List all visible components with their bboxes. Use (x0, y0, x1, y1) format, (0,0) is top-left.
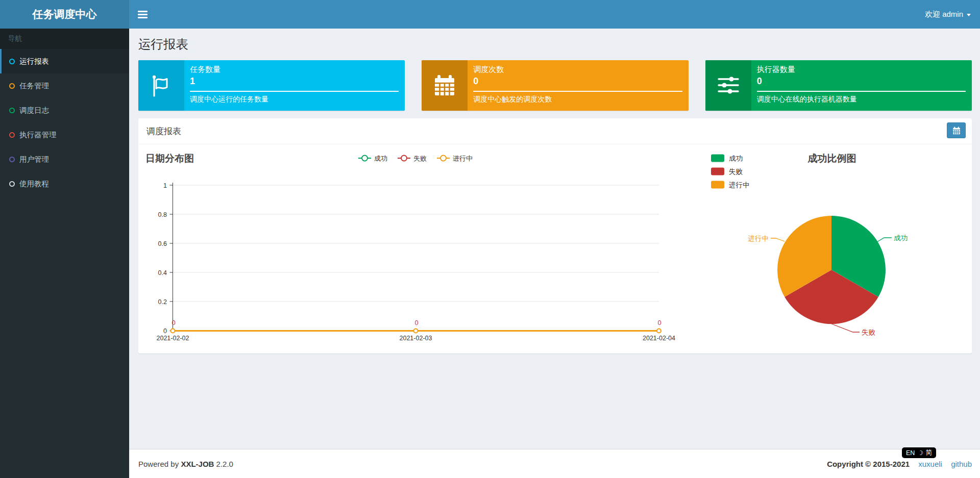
legend-item-fail[interactable]: 失败 (398, 155, 427, 162)
stat-card-progress (190, 91, 399, 92)
app-brand[interactable]: 任务调度中心 (0, 0, 129, 29)
circle-icon (9, 108, 15, 113)
calendar-icon (422, 60, 468, 111)
legend-item-running[interactable]: 进行中 (711, 181, 750, 189)
circle-icon (9, 59, 15, 64)
copyright-area: Copyright © 2015-2021 xuxueli github (827, 460, 972, 468)
stat-card-job-count: 任务数量 1 调度中心运行的任务数量 (138, 60, 405, 111)
stat-card-description: 调度中心在线的执行器机器数量 (757, 95, 966, 104)
hamburger-icon (138, 11, 148, 12)
sidebar: 导航 运行报表 任务管理 调度日志 执行器管理 用户管理 使用教程 (0, 29, 129, 478)
svg-text:进行中: 进行中 (748, 235, 769, 242)
sidebar-item-help[interactable]: 使用教程 (0, 171, 129, 196)
svg-text:0: 0 (414, 319, 418, 326)
stat-card-executor-count: 执行器数量 0 调度中心在线的执行器机器数量 (705, 60, 972, 111)
stat-card-value: 0 (757, 76, 966, 87)
welcome-text: 欢迎 admin (925, 10, 963, 19)
lang-zh-label: 简 (926, 448, 933, 457)
line-chart-legend: 成功 失败 进行中 (358, 155, 473, 162)
stat-cards-row: 任务数量 1 调度中心运行的任务数量 (129, 52, 980, 111)
legend-item-success[interactable]: 成功 (711, 155, 743, 163)
sidebar-item-dashboard[interactable]: 运行报表 (0, 49, 129, 73)
sidebar-section-label: 导航 (0, 29, 129, 49)
y-axis: 1 0.8 0.6 0.4 0.2 0 (158, 182, 173, 335)
svg-text:1: 1 (163, 182, 167, 189)
svg-text:成功: 成功 (729, 155, 743, 162)
calendar-icon (952, 127, 961, 135)
panel-title: 调度报表 (146, 127, 181, 136)
line-chart: 日期分布图 成功 失败 (138, 144, 679, 346)
sidebar-item-label: 使用教程 (19, 179, 49, 189)
product-version: 2.2.0 (216, 460, 233, 468)
svg-text:进行中: 进行中 (453, 155, 473, 162)
circle-icon (9, 132, 15, 138)
sidebar-item-label: 运行报表 (19, 57, 49, 66)
circle-icon (9, 181, 15, 187)
data-point (414, 329, 418, 333)
link-xuxueli[interactable]: xuxueli (918, 460, 942, 468)
stat-card-value: 1 (190, 76, 399, 87)
page-title: 运行报表 (138, 37, 972, 52)
stat-card-description: 调度中心运行的任务数量 (190, 95, 399, 104)
stat-card-title: 调度次数 (473, 65, 682, 74)
main-footer: Powered by XXL-JOB 2.2.0 Copyright © 201… (129, 449, 980, 478)
content-header: 运行报表 (129, 29, 980, 52)
svg-text:失败: 失败 (862, 329, 876, 336)
gridlines (173, 185, 659, 301)
sidebar-item-label: 用户管理 (19, 155, 49, 164)
legend-item-success[interactable]: 成功 (358, 155, 387, 162)
powered-by: Powered by XXL-JOB 2.2.0 (138, 460, 233, 468)
translate-widget[interactable]: EN ☽ 简 (902, 447, 936, 458)
sidebar-item-job-manage[interactable]: 任务管理 (0, 73, 129, 98)
svg-text:0: 0 (657, 319, 661, 326)
moon-icon: ☽ (917, 449, 923, 457)
flag-icon (138, 60, 184, 111)
circle-icon (9, 157, 15, 162)
svg-text:2021-02-03: 2021-02-03 (400, 335, 432, 342)
svg-text:0.4: 0.4 (158, 269, 167, 276)
svg-text:成功: 成功 (374, 155, 387, 162)
sidebar-item-label: 调度日志 (19, 106, 49, 115)
stat-card-progress (473, 91, 682, 92)
y-axis-labels: 1 0.8 0.6 0.4 0.2 0 (158, 182, 167, 335)
sidebar-item-label: 执行器管理 (19, 130, 57, 140)
sidebar-item-job-log[interactable]: 调度日志 (0, 98, 129, 122)
stat-card-title: 任务数量 (190, 65, 399, 74)
link-github[interactable]: github (951, 460, 972, 468)
pie-chart-title: 成功比例图 (807, 153, 856, 164)
series-line-running (171, 329, 662, 333)
line-chart-title: 日期分布图 (145, 153, 194, 164)
panel-header: 调度报表 (138, 118, 972, 144)
stat-card-title: 执行器数量 (757, 65, 966, 74)
main-header: 任务调度中心 欢迎 admin (0, 0, 980, 29)
panel-body: 日期分布图 成功 失败 (138, 144, 972, 354)
circle-icon (9, 83, 15, 89)
date-range-button[interactable] (947, 122, 966, 138)
sidebar-menu: 运行报表 任务管理 调度日志 执行器管理 用户管理 使用教程 (0, 49, 129, 196)
sliders-icon (705, 60, 751, 111)
sidebar-item-user-manage[interactable]: 用户管理 (0, 147, 129, 171)
svg-text:0: 0 (163, 328, 167, 335)
sidebar-item-executor-manage[interactable]: 执行器管理 (0, 122, 129, 147)
data-point (171, 329, 175, 333)
pie-chart-legend: 成功 失败 进行中 (711, 155, 750, 189)
pie-chart: 成功比例图 成功 失败 进行中 (699, 144, 972, 346)
user-menu[interactable]: 欢迎 admin (916, 0, 980, 29)
svg-text:0.2: 0.2 (158, 298, 167, 306)
svg-text:成功: 成功 (894, 234, 908, 242)
stat-card-trigger-count: 调度次数 0 调度中心触发的调度次数 (422, 60, 688, 111)
chevron-down-icon (967, 14, 971, 16)
sidebar-toggle-button[interactable] (129, 0, 156, 29)
x-axis-labels: 2021-02-02 2021-02-03 2021-02-04 (157, 335, 675, 342)
legend-item-running[interactable]: 进行中 (437, 155, 473, 162)
data-point (657, 329, 661, 333)
svg-text:0.8: 0.8 (158, 211, 167, 218)
product-name: XXL-JOB (181, 460, 214, 468)
legend-item-fail[interactable]: 失败 (711, 168, 743, 176)
svg-text:0.6: 0.6 (158, 240, 167, 247)
stat-card-progress (757, 91, 966, 92)
copyright-text: Copyright © 2015-2021 (827, 460, 910, 468)
stat-card-description: 调度中心触发的调度次数 (473, 95, 682, 104)
stat-card-value: 0 (473, 76, 682, 87)
schedule-report-panel: 调度报表 (138, 118, 972, 354)
